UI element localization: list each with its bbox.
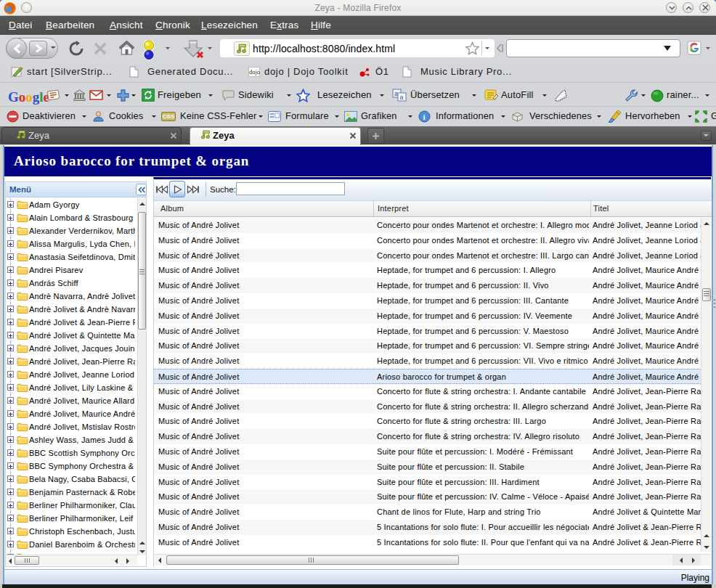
svg-text:a: a [400,94,404,101]
svg-text:a: a [394,90,398,97]
svg-text:i: i [423,113,426,121]
